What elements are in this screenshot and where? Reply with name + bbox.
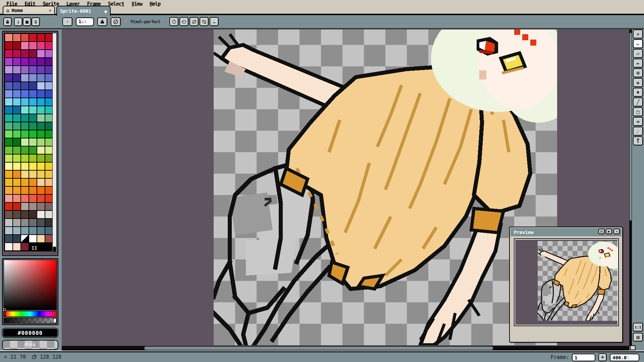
palette-swatch[interactable] (29, 130, 37, 138)
palette-swatch[interactable] (21, 66, 29, 73)
palette-swatch[interactable] (5, 155, 12, 162)
palette-swatch[interactable] (5, 74, 12, 81)
tab-sprite-0001[interactable]: Sprite-0001 ● (56, 6, 111, 16)
palette-swatch[interactable] (45, 66, 53, 73)
palette-swatch[interactable] (21, 90, 29, 98)
palette-swatch[interactable] (13, 243, 20, 250)
palette-swatch[interactable] (13, 50, 20, 57)
palette-swatch[interactable] (29, 82, 37, 89)
palette-swatch[interactable] (5, 227, 12, 234)
palette-swatch[interactable] (21, 50, 29, 57)
fill-swatch-button[interactable]: ■ (23, 17, 31, 26)
palette-swatch[interactable] (5, 187, 12, 194)
palette-swatch[interactable] (37, 179, 45, 186)
dynamics-button[interactable] (111, 17, 121, 26)
palette-swatch[interactable] (45, 122, 53, 130)
palette-swatch[interactable] (21, 34, 29, 41)
palette-swatch[interactable] (13, 34, 20, 41)
palette-swatch[interactable] (37, 155, 45, 162)
palette-swatch[interactable] (37, 163, 45, 170)
palette-swatch[interactable] (5, 138, 12, 146)
pencil-tool-button[interactable]: ✏ (633, 39, 643, 48)
symmetry-diagonal-button[interactable] (190, 17, 199, 26)
palette-swatch[interactable] (21, 138, 29, 146)
palette-swatch[interactable] (45, 211, 53, 218)
palette-swatch[interactable] (29, 203, 37, 210)
palette-swatch[interactable] (5, 219, 12, 226)
palette-swatch[interactable] (5, 90, 12, 98)
palette-swatch[interactable] (37, 50, 45, 57)
palette-swatch[interactable] (45, 179, 53, 186)
vertical-scrollbar-thumb[interactable] (630, 33, 632, 221)
palette-swatch[interactable] (21, 219, 29, 226)
palette-swatch[interactable] (29, 219, 37, 226)
palette-swatch[interactable] (45, 90, 53, 98)
palette-swatch[interactable] (5, 171, 12, 178)
palette-swatch[interactable] (29, 187, 37, 194)
palette-swatch[interactable] (29, 235, 37, 242)
palette-swatch[interactable] (37, 195, 45, 202)
preview-title-bar[interactable]: Preview (511, 228, 622, 236)
palette-swatch[interactable] (13, 163, 20, 170)
palette-swatch[interactable] (37, 219, 45, 226)
palette-swatch[interactable] (5, 42, 12, 49)
palette-swatch[interactable] (45, 130, 53, 138)
palette-swatch[interactable] (37, 146, 45, 154)
palette-swatch[interactable] (13, 114, 20, 122)
palette-swatch[interactable] (5, 58, 12, 65)
palette-swatch[interactable] (21, 187, 29, 194)
mask-button[interactable]: Mask (2, 340, 58, 350)
palette-swatch[interactable] (13, 227, 20, 234)
menu-help[interactable]: Help (146, 1, 164, 7)
palette-swatch[interactable] (21, 58, 29, 65)
palette-swatch[interactable] (45, 42, 53, 49)
palette-swatch[interactable] (45, 106, 53, 114)
palette-swatch[interactable] (13, 219, 20, 226)
palette-scrollbar-thumb[interactable] (53, 247, 56, 252)
palette-swatch[interactable] (5, 114, 12, 122)
preview-center-button[interactable]: ⊡ (598, 229, 605, 234)
palette-swatch[interactable] (45, 58, 53, 65)
palette-swatch[interactable] (37, 130, 45, 138)
lock-button[interactable] (3, 17, 12, 26)
palette-swatch[interactable] (13, 195, 20, 202)
palette-swatch[interactable] (21, 243, 29, 250)
palette-swatch[interactable] (5, 235, 12, 242)
options-menu-button[interactable]: ≡ (32, 17, 40, 26)
palette-swatch[interactable] (37, 203, 45, 210)
palette-swatch[interactable] (13, 66, 20, 73)
palette-swatch[interactable] (37, 235, 45, 242)
palette-swatch[interactable] (13, 146, 20, 154)
pixel-perfect-toggle[interactable]: ✓ Pixel-perfect (125, 18, 160, 24)
preview-window[interactable]: Preview ⊡ ▶ ✕ (509, 227, 623, 343)
vertical-scrollbar[interactable] (629, 29, 632, 346)
palette-swatch[interactable] (13, 130, 20, 138)
palette-swatch[interactable] (5, 203, 12, 210)
zoom-input[interactable]: 400.0% (610, 354, 639, 361)
palette-swatch[interactable] (29, 74, 37, 81)
palette-swatch[interactable] (37, 74, 45, 81)
alpha-marker[interactable] (53, 318, 56, 323)
palette-swatch[interactable] (5, 211, 12, 218)
palette-swatch[interactable] (45, 82, 53, 89)
symmetry-horizontal-button[interactable] (179, 17, 189, 26)
palette-swatch[interactable] (5, 243, 12, 250)
palette-swatch[interactable] (45, 146, 53, 154)
drop-pin-button[interactable]: ↓ (14, 17, 22, 26)
palette-swatch[interactable] (13, 98, 20, 106)
palette-swatch[interactable] (13, 42, 20, 49)
scrollbar-corner-button[interactable] (630, 345, 636, 350)
palette-swatch[interactable] (21, 98, 29, 106)
preview-close-button[interactable]: ✕ (613, 229, 620, 234)
palette-swatch[interactable] (37, 98, 45, 106)
palette-swatch[interactable] (21, 195, 29, 202)
palette-swatch[interactable] (5, 146, 12, 154)
palette-swatch[interactable] (45, 195, 53, 202)
palette-swatch[interactable] (5, 106, 12, 114)
palette-swatch[interactable] (45, 34, 53, 41)
palette-swatch[interactable] (37, 171, 45, 178)
palette-swatch[interactable] (21, 106, 29, 114)
palette-swatch[interactable] (5, 66, 12, 73)
spray-tool-button[interactable]: ☄ (633, 127, 643, 136)
palette-swatch[interactable] (37, 227, 45, 234)
